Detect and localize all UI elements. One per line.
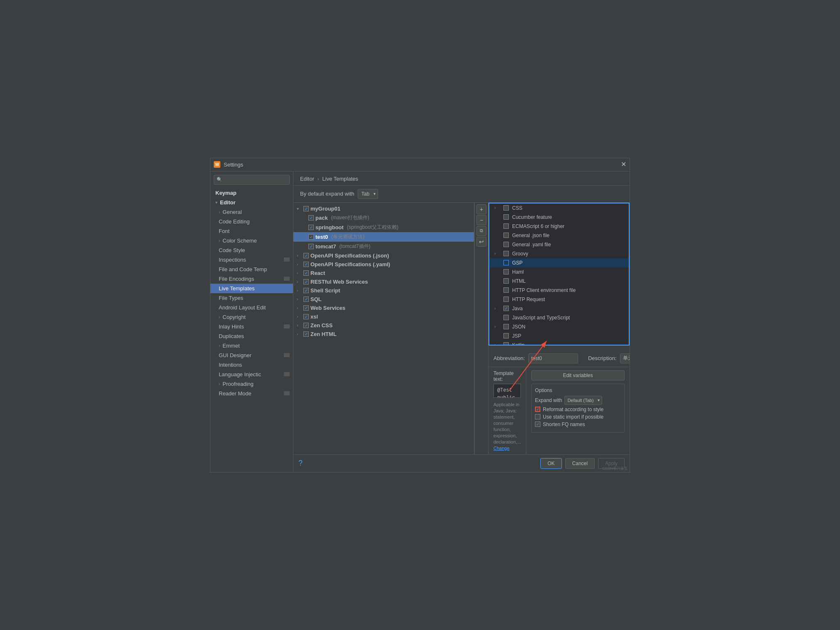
sidebar-item-gui-designer[interactable]: GUI Designer — [210, 351, 293, 360]
json-checkbox[interactable] — [503, 324, 509, 329]
tree-item-restful[interactable]: › RESTful Web Services — [293, 277, 474, 286]
html-checkbox[interactable] — [503, 278, 509, 284]
kotlin-checkbox[interactable] — [503, 342, 509, 345]
popup-item-kotlin[interactable]: › Kotlin — [489, 341, 629, 345]
close-button[interactable]: ✕ — [621, 161, 626, 168]
sidebar-item-keymap[interactable]: Keymap — [210, 188, 293, 198]
sidebar-item-reader-mode[interactable]: Reader Mode — [210, 389, 293, 398]
sidebar-search[interactable]: 🔍 — [214, 175, 290, 185]
pack-checkbox[interactable] — [308, 215, 314, 221]
popup-item-haml[interactable]: Haml — [489, 267, 629, 277]
tree-item-react[interactable]: › React — [293, 269, 474, 277]
popup-item-yaml-file[interactable]: General .yaml file — [489, 240, 629, 249]
sidebar-item-code-style[interactable]: Code Style — [210, 245, 293, 255]
cucumber-checkbox[interactable] — [503, 214, 509, 220]
tree-item-springboot[interactable]: springboot (springboot父工程依赖) — [293, 223, 474, 232]
tree-item-test0[interactable]: test0 (单元测试方法) — [293, 232, 474, 242]
sidebar-item-general[interactable]: › General — [210, 207, 293, 217]
haml-checkbox[interactable] — [503, 269, 509, 275]
popup-item-jsp[interactable]: JSP — [489, 331, 629, 341]
tree-item-xsl[interactable]: › xsl — [293, 312, 474, 321]
revert-template-button[interactable]: ↩ — [476, 237, 486, 247]
sidebar-item-intentions[interactable]: Intentions — [210, 360, 293, 370]
sidebar-item-duplicates[interactable]: Duplicates — [210, 331, 293, 341]
tree-item-zenhtml[interactable]: › Zen HTML — [293, 330, 474, 338]
edit-variables-button[interactable]: Edit variables — [531, 370, 625, 380]
yaml-file-checkbox[interactable] — [503, 242, 509, 247]
css-checkbox[interactable] — [503, 205, 509, 211]
sidebar-item-emmet[interactable]: › Emmet — [210, 341, 293, 351]
popup-item-js-ts[interactable]: JavaScript and TypeScript — [489, 313, 629, 322]
popup-item-groovy[interactable]: › Groovy — [489, 249, 629, 258]
tomcat7-checkbox[interactable] — [308, 244, 314, 249]
popup-item-http-req[interactable]: HTTP Request — [489, 295, 629, 304]
reformat-checkbox[interactable] — [535, 407, 540, 412]
tree-item-tomcat7[interactable]: tomcat7 (tomcat7插件) — [293, 242, 474, 251]
popup-item-css[interactable]: › CSS — [489, 203, 629, 213]
http-env-checkbox[interactable] — [503, 287, 509, 293]
popup-item-cucumber[interactable]: Cucumber feature — [489, 213, 629, 222]
sidebar-item-font[interactable]: Font — [210, 226, 293, 236]
jsp-checkbox[interactable] — [503, 333, 509, 338]
test0-checkbox[interactable] — [308, 234, 314, 240]
webservices-checkbox[interactable] — [303, 305, 309, 311]
popup-item-html[interactable]: HTML — [489, 277, 629, 286]
sidebar-item-inlay-hints[interactable]: Inlay Hints — [210, 322, 293, 331]
sidebar-item-code-editing[interactable]: Code Editing — [210, 217, 293, 226]
sidebar-item-file-code-temp[interactable]: File and Code Temp — [210, 265, 293, 274]
sidebar-item-color-scheme[interactable]: › Color Scheme — [210, 236, 293, 245]
tree-item-openapi-yaml[interactable]: › OpenAPI Specifications (.yaml) — [293, 260, 474, 269]
copy-template-button[interactable]: ⧉ — [476, 226, 486, 236]
http-req-checkbox[interactable] — [503, 297, 509, 302]
zencss-checkbox[interactable] — [303, 323, 309, 328]
change-link[interactable]: Change — [493, 446, 510, 451]
react-checkbox[interactable] — [303, 270, 309, 276]
tree-item-pack[interactable]: pack (maven打包插件) — [293, 213, 474, 223]
popup-item-json-file[interactable]: General .json file — [489, 231, 629, 240]
json-file-checkbox[interactable] — [503, 233, 509, 238]
sidebar-item-proofreading[interactable]: › Proofreading — [210, 379, 293, 389]
remove-template-button[interactable]: − — [476, 215, 486, 225]
expand-with-dropdown[interactable]: Tab — [358, 189, 378, 199]
sidebar-item-inspections[interactable]: Inspections — [210, 255, 293, 265]
tree-item-webservices[interactable]: › Web Services — [293, 304, 474, 312]
mygroup01-checkbox[interactable] — [303, 206, 309, 211]
js-ts-checkbox[interactable] — [503, 315, 509, 320]
sidebar-item-live-templates[interactable]: Live Templates — [210, 284, 293, 293]
ecma6-checkbox[interactable] — [503, 223, 509, 229]
add-template-button[interactable]: + — [476, 204, 486, 214]
groovy-checkbox[interactable] — [503, 251, 509, 256]
shell-checkbox[interactable] — [303, 288, 309, 293]
xsl-checkbox[interactable] — [303, 314, 309, 319]
sidebar-item-editor[interactable]: ▾ Editor — [210, 198, 293, 207]
sidebar-item-language-injection[interactable]: Language Injectic — [210, 370, 293, 379]
tree-item-mygroup01[interactable]: ▾ myGroup01 — [293, 204, 474, 213]
restful-checkbox[interactable] — [303, 279, 309, 284]
template-textarea[interactable]: @Test public void test0() { System.out.p… — [493, 384, 521, 398]
springboot-checkbox[interactable] — [308, 225, 314, 230]
cancel-button[interactable]: Cancel — [565, 458, 595, 469]
sidebar-item-file-types[interactable]: File Types — [210, 293, 293, 303]
sidebar-item-file-encodings[interactable]: File Encodings — [210, 274, 293, 284]
static-import-checkbox[interactable] — [535, 414, 540, 419]
tree-item-openapi-json[interactable]: › OpenAPI Specifications (.json) — [293, 251, 474, 260]
popup-item-java[interactable]: › Java — [489, 304, 629, 313]
tree-item-sql[interactable]: › SQL — [293, 295, 474, 304]
gsp-checkbox[interactable] — [503, 260, 509, 265]
popup-item-ecma6[interactable]: ECMAScript 6 or higher — [489, 222, 629, 231]
ok-button[interactable]: OK — [540, 458, 562, 469]
openapi-yaml-checkbox[interactable] — [303, 262, 309, 267]
expand-with-option-dropdown[interactable]: Default (Tab) — [564, 396, 602, 405]
shorten-fq-checkbox[interactable] — [535, 422, 540, 427]
search-input[interactable] — [224, 177, 287, 183]
tree-item-shell[interactable]: › Shell Script — [293, 286, 474, 295]
tree-item-zencss[interactable]: › Zen CSS — [293, 321, 474, 330]
popup-item-gsp[interactable]: GSP — [489, 258, 629, 267]
java-checkbox[interactable] — [503, 306, 509, 311]
sidebar-item-copyright[interactable]: › Copyright — [210, 312, 293, 322]
sidebar-item-android-layout[interactable]: Android Layout Edit — [210, 303, 293, 312]
sql-checkbox[interactable] — [303, 297, 309, 302]
abbreviation-input[interactable] — [528, 353, 578, 363]
description-input[interactable] — [620, 353, 630, 363]
zenhtml-checkbox[interactable] — [303, 331, 309, 337]
